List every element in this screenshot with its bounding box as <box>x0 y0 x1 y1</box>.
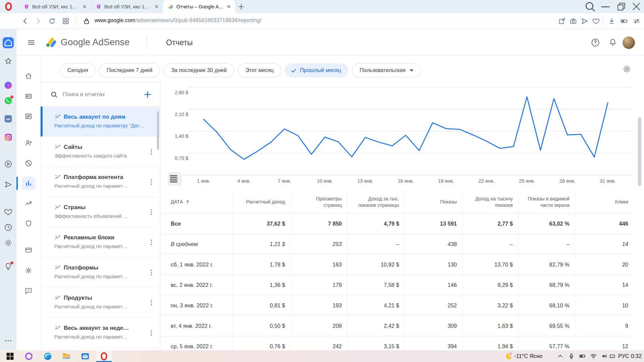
item-menu-dots-icon[interactable] <box>147 208 155 216</box>
column-header[interactable]: Показы <box>405 191 462 213</box>
column-header[interactable]: Доход за тыс. показов страницы <box>347 191 405 213</box>
touch-keyboard-icon[interactable] <box>609 353 616 360</box>
minimize-button[interactable] <box>598 0 613 13</box>
column-header[interactable]: Просмотры страниц <box>290 191 347 213</box>
item-menu-dots-icon[interactable] <box>147 238 155 246</box>
weather-moon-icon[interactable]: ! <box>504 352 513 361</box>
opera-logo-icon[interactable] <box>4 2 13 11</box>
report-list-scrollbar[interactable] <box>157 111 159 150</box>
help-icon[interactable] <box>591 38 600 47</box>
messenger-icon[interactable] <box>4 81 13 90</box>
weather-text[interactable]: -11°C Ясно <box>514 353 542 359</box>
bookmark-heart-icon[interactable] <box>592 17 600 25</box>
speed-dial-home-icon[interactable] <box>3 37 14 48</box>
date-filter-chip[interactable]: За последние 30 дней <box>163 63 234 77</box>
file-explorer-icon[interactable] <box>62 352 71 361</box>
volume-icon[interactable] <box>601 353 608 360</box>
column-header[interactable]: Клики <box>575 191 633 213</box>
report-list-item[interactable]: СайтыЭффективность каждого сайта <box>41 137 160 167</box>
video-player-icon[interactable] <box>4 160 13 169</box>
tips-lightbulb-icon[interactable] <box>4 262 13 271</box>
whatsapp-icon[interactable] <box>4 96 13 105</box>
bookmarks-star-icon[interactable] <box>4 57 13 66</box>
settings-icon[interactable] <box>24 266 33 275</box>
mail-icon[interactable] <box>80 352 90 361</box>
vk-icon[interactable]: VK <box>4 114 13 123</box>
easy-setup-icon[interactable] <box>633 17 641 25</box>
report-list-item[interactable]: ПродуктыРасчетный доход по парамет… <box>41 288 160 318</box>
report-list-item[interactable]: ПлатформыРасчетный доход по парамет… <box>41 257 160 288</box>
report-list-item[interactable]: Платформа контентаРасчетный доход по пар… <box>41 167 160 197</box>
notifications-bell-icon[interactable] <box>608 38 618 47</box>
reports-icon[interactable] <box>24 179 33 187</box>
sites-icon[interactable] <box>24 112 33 120</box>
item-menu-dots-icon[interactable] <box>147 268 155 277</box>
tab-close-icon[interactable]: ✕ <box>82 4 88 10</box>
send-to-flow-icon[interactable] <box>581 17 589 25</box>
date-filter-chip[interactable]: Пользовательская <box>352 63 421 77</box>
column-header[interactable]: Показы в видимой части экрана <box>518 191 575 213</box>
report-list-item[interactable]: СтраныЭффективность объявлений … <box>41 197 160 227</box>
optimization-icon[interactable] <box>24 199 33 207</box>
battery-icon[interactable] <box>579 353 586 360</box>
battery-saver-icon[interactable] <box>620 17 628 25</box>
snapshot-camera-icon[interactable] <box>569 17 577 25</box>
instagram-icon[interactable] <box>4 133 13 142</box>
home-icon[interactable] <box>24 72 33 80</box>
clock[interactable]: 0:32 <box>631 353 642 359</box>
restore-button[interactable] <box>613 0 629 13</box>
reload-icon[interactable] <box>48 17 56 25</box>
report-search-input[interactable] <box>62 88 136 101</box>
accounts-icon[interactable] <box>24 139 33 147</box>
close-button[interactable] <box>629 0 644 13</box>
start-button-icon[interactable] <box>5 352 15 361</box>
browser-search-icon[interactable] <box>582 0 598 13</box>
new-tab-button[interactable] <box>237 2 246 11</box>
more-dots-icon[interactable] <box>4 336 13 345</box>
url-field[interactable]: www.google.com/adsense/new/u/0/pub-94656… <box>95 17 261 23</box>
date-filter-chip[interactable]: Прошлый месяц <box>285 63 348 77</box>
report-settings-gear-icon[interactable] <box>622 64 632 74</box>
settings-gear-icon[interactable] <box>4 238 13 247</box>
date-filter-chip[interactable]: Последние 7 дней <box>99 63 160 77</box>
lock-icon[interactable] <box>83 17 91 25</box>
main-scrollbar[interactable] <box>638 117 641 186</box>
microphone-icon[interactable] <box>568 353 575 360</box>
pin-icon[interactable] <box>558 17 566 25</box>
opera-taskbar-icon[interactable] <box>99 352 109 361</box>
payments-icon[interactable] <box>24 246 33 254</box>
report-list-item[interactable]: Весь аккаунт за неде…Расчетный доход по … <box>41 318 160 348</box>
policy-center-icon[interactable] <box>24 220 33 228</box>
browser-tab[interactable]: Отчеты – Google AdSense✕ <box>163 0 235 13</box>
tab-close-icon[interactable]: ✕ <box>154 4 160 10</box>
column-header[interactable]: Доход на тысячу показов <box>462 191 518 213</box>
feedback-icon[interactable] <box>24 287 33 295</box>
my-flow-icon[interactable] <box>4 180 13 189</box>
report-list-item[interactable]: Весь аккаунт по днямРасчетный доход по п… <box>41 107 160 137</box>
heart-icon[interactable] <box>4 207 13 217</box>
forward-icon[interactable] <box>34 17 42 25</box>
ads-icon[interactable] <box>24 92 33 100</box>
wifi-icon[interactable] <box>590 353 597 360</box>
tab-close-icon[interactable]: ✕ <box>226 4 232 10</box>
item-menu-dots-icon[interactable] <box>147 178 155 186</box>
date-filter-chip[interactable]: Этот месяц <box>238 63 282 77</box>
cortana-icon[interactable] <box>24 352 34 361</box>
browser-tab[interactable]: ТВсё об УЗИ, икс 10, 3 года,✕ <box>91 0 163 13</box>
report-list-item[interactable]: Рекламные блокиРасчетный доход по параме… <box>41 227 160 257</box>
back-icon[interactable] <box>21 17 29 25</box>
history-clock-icon[interactable] <box>4 223 13 232</box>
language-indicator[interactable]: РУС <box>618 353 629 359</box>
column-header[interactable]: ДАТА <box>160 191 233 213</box>
downloads-icon[interactable] <box>608 17 616 25</box>
speed-dial-grid-icon[interactable] <box>62 17 70 25</box>
menu-hamburger-icon[interactable] <box>27 38 36 47</box>
avatar[interactable] <box>623 37 635 49</box>
blocking-controls-icon[interactable] <box>24 159 33 167</box>
item-menu-dots-icon[interactable] <box>147 299 155 307</box>
edge-icon[interactable] <box>43 352 52 361</box>
item-menu-dots-icon[interactable] <box>147 148 155 156</box>
chart-table-toggle-button[interactable] <box>168 172 182 186</box>
date-filter-chip[interactable]: Сегодня <box>60 63 96 77</box>
item-menu-dots-icon[interactable] <box>147 329 155 337</box>
